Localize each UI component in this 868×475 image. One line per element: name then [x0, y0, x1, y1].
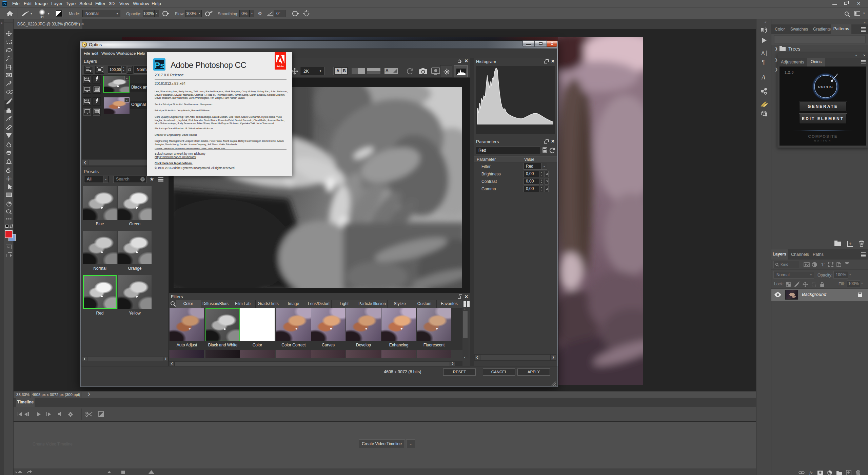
svg-text:T: T — [821, 262, 825, 267]
svg-text:T: T — [7, 176, 11, 180]
svg-text:A: A — [761, 51, 765, 56]
svg-text:A: A — [761, 74, 766, 81]
svg-text:ONIRIC: ONIRIC — [818, 85, 833, 89]
svg-text:Adobe: Adobe — [277, 65, 284, 68]
svg-text:¶: ¶ — [762, 59, 765, 65]
svg-text:fx: fx — [809, 470, 813, 475]
